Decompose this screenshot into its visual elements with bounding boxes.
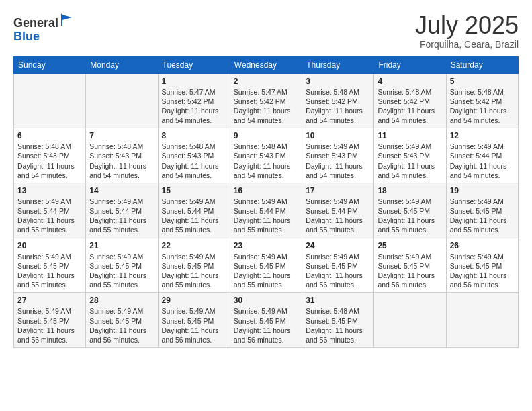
day-number: 15 xyxy=(162,186,226,195)
day-info: Sunrise: 5:49 AMSunset: 5:43 PMDaylight:… xyxy=(378,142,442,180)
day-info: Sunrise: 5:48 AMSunset: 5:42 PMDaylight:… xyxy=(450,87,515,126)
day-number: 28 xyxy=(89,295,154,305)
col-tuesday: Tuesday xyxy=(158,56,230,73)
table-row: 10Sunrise: 5:49 AMSunset: 5:43 PMDayligh… xyxy=(302,128,374,183)
table-row: 11Sunrise: 5:49 AMSunset: 5:43 PMDayligh… xyxy=(374,128,446,183)
table-row: 24Sunrise: 5:49 AMSunset: 5:45 PMDayligh… xyxy=(302,238,374,293)
month-title: July 2025 xyxy=(415,12,519,39)
day-number: 4 xyxy=(378,77,442,86)
table-row xyxy=(374,293,446,348)
day-info: Sunrise: 5:48 AMSunset: 5:43 PMDaylight:… xyxy=(234,142,298,180)
location: Forquilha, Ceara, Brazil xyxy=(415,39,519,50)
table-row xyxy=(446,293,518,348)
svg-marker-0 xyxy=(61,13,72,26)
table-row: 3Sunrise: 5:48 AMSunset: 5:42 PMDaylight… xyxy=(302,73,374,128)
table-row: 2Sunrise: 5:47 AMSunset: 5:42 PMDaylight… xyxy=(230,73,302,128)
day-info: Sunrise: 5:49 AMSunset: 5:44 PMDaylight:… xyxy=(162,197,226,235)
day-info: Sunrise: 5:48 AMSunset: 5:43 PMDaylight:… xyxy=(89,142,154,180)
table-row: 29Sunrise: 5:49 AMSunset: 5:45 PMDayligh… xyxy=(158,293,230,348)
calendar-table: Sunday Monday Tuesday Wednesday Thursday… xyxy=(13,56,519,348)
day-number: 14 xyxy=(89,186,154,195)
table-row: 28Sunrise: 5:49 AMSunset: 5:45 PMDayligh… xyxy=(86,293,158,348)
day-number: 1 xyxy=(162,77,226,86)
day-number: 16 xyxy=(234,186,298,195)
col-friday: Friday xyxy=(374,56,446,73)
table-row: 12Sunrise: 5:49 AMSunset: 5:44 PMDayligh… xyxy=(446,128,518,183)
day-number: 17 xyxy=(306,186,370,195)
day-info: Sunrise: 5:49 AMSunset: 5:45 PMDaylight:… xyxy=(450,197,515,235)
table-row: 15Sunrise: 5:49 AMSunset: 5:44 PMDayligh… xyxy=(158,183,230,238)
calendar-week-row: 6Sunrise: 5:48 AMSunset: 5:43 PMDaylight… xyxy=(14,128,519,183)
day-info: Sunrise: 5:47 AMSunset: 5:42 PMDaylight:… xyxy=(162,87,226,126)
table-row: 6Sunrise: 5:48 AMSunset: 5:43 PMDaylight… xyxy=(14,128,86,183)
day-number: 29 xyxy=(162,295,226,305)
day-number: 9 xyxy=(234,131,298,140)
table-row: 23Sunrise: 5:49 AMSunset: 5:45 PMDayligh… xyxy=(230,238,302,293)
day-number: 3 xyxy=(306,77,370,86)
day-info: Sunrise: 5:49 AMSunset: 5:45 PMDaylight:… xyxy=(306,252,370,290)
calendar-week-row: 27Sunrise: 5:49 AMSunset: 5:45 PMDayligh… xyxy=(14,293,519,348)
title-block: July 2025 Forquilha, Ceara, Brazil xyxy=(415,12,519,50)
day-info: Sunrise: 5:49 AMSunset: 5:44 PMDaylight:… xyxy=(17,197,82,235)
table-row: 17Sunrise: 5:49 AMSunset: 5:44 PMDayligh… xyxy=(302,183,374,238)
day-number: 27 xyxy=(17,295,82,305)
table-row: 31Sunrise: 5:48 AMSunset: 5:45 PMDayligh… xyxy=(302,293,374,348)
col-monday: Monday xyxy=(86,56,158,73)
day-info: Sunrise: 5:49 AMSunset: 5:45 PMDaylight:… xyxy=(17,252,82,290)
calendar-week-row: 1Sunrise: 5:47 AMSunset: 5:42 PMDaylight… xyxy=(14,73,519,128)
day-number: 26 xyxy=(450,241,515,250)
day-info: Sunrise: 5:49 AMSunset: 5:45 PMDaylight:… xyxy=(17,306,82,345)
day-info: Sunrise: 5:48 AMSunset: 5:45 PMDaylight:… xyxy=(306,306,370,345)
table-row: 16Sunrise: 5:49 AMSunset: 5:44 PMDayligh… xyxy=(230,183,302,238)
header: General Blue July 2025 Forquilha, Ceara,… xyxy=(13,12,519,50)
table-row: 1Sunrise: 5:47 AMSunset: 5:42 PMDaylight… xyxy=(158,73,230,128)
table-row: 30Sunrise: 5:49 AMSunset: 5:45 PMDayligh… xyxy=(230,293,302,348)
calendar-header-row: Sunday Monday Tuesday Wednesday Thursday… xyxy=(14,56,519,73)
day-number: 22 xyxy=(162,241,226,250)
day-info: Sunrise: 5:48 AMSunset: 5:43 PMDaylight:… xyxy=(17,142,82,180)
day-number: 5 xyxy=(450,77,515,86)
day-info: Sunrise: 5:48 AMSunset: 5:42 PMDaylight:… xyxy=(306,87,370,126)
table-row: 21Sunrise: 5:49 AMSunset: 5:45 PMDayligh… xyxy=(86,238,158,293)
table-row: 26Sunrise: 5:49 AMSunset: 5:45 PMDayligh… xyxy=(446,238,518,293)
day-info: Sunrise: 5:49 AMSunset: 5:45 PMDaylight:… xyxy=(378,252,442,290)
calendar-week-row: 20Sunrise: 5:49 AMSunset: 5:45 PMDayligh… xyxy=(14,238,519,293)
day-info: Sunrise: 5:48 AMSunset: 5:43 PMDaylight:… xyxy=(162,142,226,180)
logo-general: General xyxy=(13,16,58,30)
day-info: Sunrise: 5:47 AMSunset: 5:42 PMDaylight:… xyxy=(234,87,298,126)
day-info: Sunrise: 5:49 AMSunset: 5:45 PMDaylight:… xyxy=(162,306,226,345)
table-row: 7Sunrise: 5:48 AMSunset: 5:43 PMDaylight… xyxy=(86,128,158,183)
col-sunday: Sunday xyxy=(14,56,86,73)
table-row: 4Sunrise: 5:48 AMSunset: 5:42 PMDaylight… xyxy=(374,73,446,128)
table-row: 19Sunrise: 5:49 AMSunset: 5:45 PMDayligh… xyxy=(446,183,518,238)
logo-flag-icon xyxy=(60,12,75,27)
logo-text: General Blue xyxy=(13,12,75,44)
page: General Blue July 2025 Forquilha, Ceara,… xyxy=(0,0,532,411)
day-info: Sunrise: 5:49 AMSunset: 5:44 PMDaylight:… xyxy=(450,142,515,180)
day-number: 31 xyxy=(306,295,370,305)
day-number: 2 xyxy=(234,77,298,86)
table-row: 25Sunrise: 5:49 AMSunset: 5:45 PMDayligh… xyxy=(374,238,446,293)
col-thursday: Thursday xyxy=(302,56,374,73)
table-row: 18Sunrise: 5:49 AMSunset: 5:45 PMDayligh… xyxy=(374,183,446,238)
day-number: 30 xyxy=(234,295,298,305)
day-number: 13 xyxy=(17,186,82,195)
table-row: 9Sunrise: 5:48 AMSunset: 5:43 PMDaylight… xyxy=(230,128,302,183)
day-info: Sunrise: 5:48 AMSunset: 5:42 PMDaylight:… xyxy=(378,87,442,126)
table-row: 8Sunrise: 5:48 AMSunset: 5:43 PMDaylight… xyxy=(158,128,230,183)
col-wednesday: Wednesday xyxy=(230,56,302,73)
day-number: 19 xyxy=(450,186,515,195)
table-row: 27Sunrise: 5:49 AMSunset: 5:45 PMDayligh… xyxy=(14,293,86,348)
day-number: 10 xyxy=(306,131,370,140)
logo: General Blue xyxy=(13,12,75,44)
calendar-week-row: 13Sunrise: 5:49 AMSunset: 5:44 PMDayligh… xyxy=(14,183,519,238)
day-info: Sunrise: 5:49 AMSunset: 5:44 PMDaylight:… xyxy=(306,197,370,235)
table-row: 22Sunrise: 5:49 AMSunset: 5:45 PMDayligh… xyxy=(158,238,230,293)
day-number: 12 xyxy=(450,131,515,140)
day-number: 6 xyxy=(17,131,82,140)
table-row xyxy=(86,73,158,128)
day-info: Sunrise: 5:49 AMSunset: 5:45 PMDaylight:… xyxy=(89,252,154,290)
day-info: Sunrise: 5:49 AMSunset: 5:45 PMDaylight:… xyxy=(450,252,515,290)
day-info: Sunrise: 5:49 AMSunset: 5:45 PMDaylight:… xyxy=(234,306,298,345)
day-info: Sunrise: 5:49 AMSunset: 5:45 PMDaylight:… xyxy=(378,197,442,235)
